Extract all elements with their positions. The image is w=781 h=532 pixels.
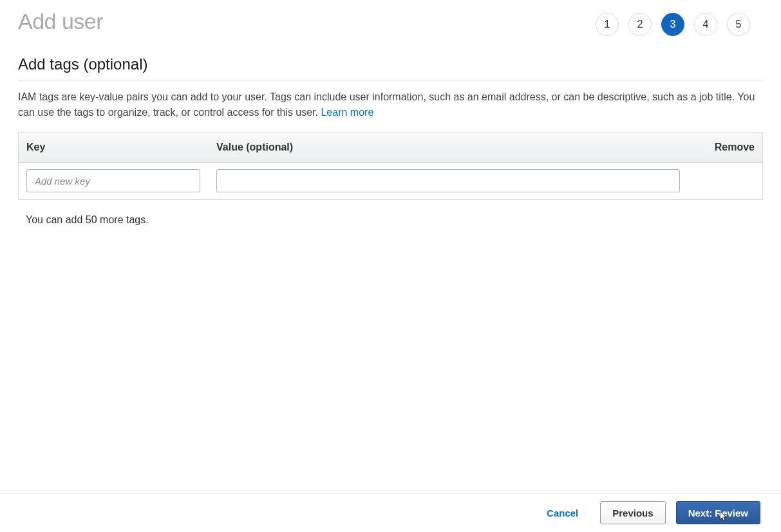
previous-button[interactable]: Previous — [600, 501, 665, 524]
next-review-button[interactable]: Next: Review — [676, 501, 760, 524]
wizard-footer: Cancel Previous Next: Review — [0, 493, 781, 532]
section-description: IAM tags are key-value pairs you can add… — [18, 89, 763, 120]
wizard-stepper: 1 2 3 4 5 — [596, 13, 763, 36]
page-title: Add user — [18, 9, 103, 34]
step-4[interactable]: 4 — [694, 13, 717, 36]
tags-table: Key Value (optional) Remove — [18, 132, 763, 200]
tags-table-header: Key Value (optional) Remove — [19, 133, 762, 163]
tags-table-row — [19, 163, 762, 199]
column-header-value: Value (optional) — [216, 142, 697, 153]
tags-remaining-note: You can add 50 more tags. — [18, 205, 763, 226]
column-header-remove: Remove — [697, 142, 755, 153]
section-description-text: IAM tags are key-value pairs you can add… — [18, 91, 755, 118]
learn-more-link[interactable]: Learn more — [321, 107, 373, 118]
step-5[interactable]: 5 — [727, 13, 750, 36]
column-header-key: Key — [26, 142, 216, 153]
cancel-button[interactable]: Cancel — [535, 501, 590, 524]
step-2[interactable]: 2 — [628, 13, 652, 36]
section-title: Add tags (optional) — [18, 55, 763, 80]
step-1[interactable]: 1 — [596, 13, 619, 36]
step-3[interactable]: 3 — [661, 13, 684, 36]
tag-value-input[interactable] — [216, 169, 680, 192]
tag-key-input[interactable] — [26, 169, 200, 192]
